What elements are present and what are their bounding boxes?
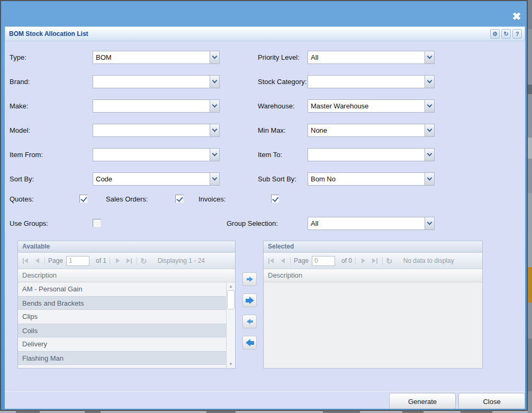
close-icon[interactable]: ✖ [509, 9, 524, 24]
stock-category-select-value [308, 76, 425, 88]
use-groups-checkbox[interactable] [93, 219, 101, 227]
add-selected-button[interactable] [242, 272, 257, 286]
available-column-header[interactable]: Description [18, 269, 235, 282]
sub-sort-by-label: Sub Sort By: [258, 172, 296, 186]
min-max-select-value: None [308, 124, 425, 136]
item-to-select[interactable] [308, 148, 435, 161]
scrollbar-thumb[interactable] [227, 290, 235, 309]
arrow-right-icon [247, 277, 253, 282]
priority-level-select[interactable]: All [308, 51, 435, 64]
selected-panel-title: Selected [264, 241, 482, 253]
toolbar-separator [290, 257, 291, 265]
type-label: Type: [10, 51, 26, 64]
refresh-icon[interactable]: ↻ [386, 257, 393, 265]
group-selection-select[interactable]: All [308, 217, 435, 230]
chevron-down-icon[interactable] [425, 76, 434, 88]
dialog-title: BOM Stock Allocation List [9, 30, 490, 38]
make-select[interactable] [93, 99, 220, 113]
chevron-down-icon[interactable] [425, 217, 434, 230]
last-page-icon[interactable] [125, 256, 133, 265]
chevron-down-icon[interactable] [425, 149, 434, 161]
sales-orders-label: Sales Orders: [106, 195, 148, 204]
toolbar-separator [110, 257, 110, 265]
brand-select-value [93, 76, 210, 88]
last-page-icon[interactable] [371, 256, 379, 265]
chevron-down-icon[interactable] [425, 124, 434, 136]
chevron-down-icon[interactable] [425, 51, 434, 63]
brand-label: Brand: [10, 75, 30, 88]
available-panel-title: Available [18, 241, 235, 253]
chevron-down-icon[interactable] [425, 173, 434, 185]
min-max-select[interactable]: None [308, 124, 435, 137]
first-page-icon[interactable] [267, 256, 275, 265]
priority-level-label: Priority Level: [258, 51, 300, 64]
screen: ✖ BOM Stock Allocation List ⚙ ↻ ? Type: … [0, 0, 532, 413]
previous-page-icon[interactable] [33, 256, 41, 265]
available-panel: Available Page of 1 ↻ Displaying 1 - 24 … [17, 241, 236, 369]
page-number-input[interactable] [312, 256, 335, 266]
item-from-select[interactable] [93, 148, 220, 161]
item-from-select-value [93, 149, 210, 161]
vertical-scrollbar[interactable]: ▲ ▼ [226, 282, 235, 368]
type-select[interactable]: BOM [93, 51, 220, 64]
available-list: AM - Personal Gain Bends and Brackets Cl… [18, 282, 235, 368]
gear-icon[interactable]: ⚙ [490, 29, 500, 39]
list-item[interactable]: Coils [18, 324, 226, 337]
chevron-down-icon[interactable] [210, 124, 219, 136]
previous-page-icon[interactable] [278, 256, 287, 265]
refresh-icon[interactable]: ↻ [501, 29, 511, 39]
invoices-label: Invoices: [199, 195, 226, 204]
chevron-down-icon[interactable] [210, 100, 219, 112]
arrow-right-large-icon [246, 297, 254, 304]
sales-orders-checkbox[interactable] [175, 195, 184, 203]
next-page-icon[interactable] [113, 256, 122, 265]
list-item[interactable]: Clips [18, 310, 226, 324]
add-all-button[interactable] [242, 293, 257, 307]
scroll-up-icon[interactable]: ▲ [227, 282, 235, 290]
chevron-down-icon[interactable] [425, 100, 434, 112]
remove-all-button[interactable] [242, 336, 257, 350]
chevron-down-icon[interactable] [210, 149, 219, 161]
page-of-text: of 1 [96, 257, 106, 264]
close-button[interactable]: Close [458, 393, 525, 409]
scroll-down-icon[interactable]: ▼ [227, 360, 235, 368]
background-page-edge [528, 0, 532, 413]
sub-sort-by-select[interactable]: Bom No [308, 172, 435, 186]
model-select-value [93, 124, 210, 136]
paging-status-text: Displaying 1 - 24 [158, 257, 205, 264]
list-item[interactable]: Flashing Man [18, 351, 226, 365]
item-from-label: Item From: [10, 148, 43, 161]
stock-category-select[interactable] [308, 75, 435, 88]
first-page-icon[interactable] [21, 256, 30, 265]
model-select[interactable] [93, 124, 220, 137]
warehouse-select-value: Master Warehouse [308, 100, 425, 112]
sort-by-select-value: Code [93, 173, 210, 185]
warehouse-select[interactable]: Master Warehouse [308, 99, 435, 113]
invoices-checkbox[interactable] [271, 195, 279, 203]
chevron-down-icon[interactable] [210, 76, 219, 88]
chevron-down-icon[interactable] [210, 51, 219, 63]
selected-column-header[interactable]: Description [264, 269, 482, 282]
quotes-checkbox[interactable] [79, 195, 88, 203]
help-icon[interactable]: ? [512, 29, 522, 39]
make-label: Make: [10, 99, 28, 113]
list-item[interactable]: AM - Personal Gain [18, 282, 226, 296]
refresh-icon[interactable]: ↻ [140, 257, 147, 265]
brand-select[interactable] [93, 75, 220, 88]
list-item[interactable]: Bends and Brackets [18, 296, 226, 310]
sort-by-select[interactable]: Code [93, 172, 220, 186]
list-item[interactable]: Delivery [18, 337, 226, 351]
dialog-body: Type: BOM Priority Level: All Brand: Sto… [5, 41, 525, 409]
header-toolbar: ⚙ ↻ ? [490, 29, 522, 39]
priority-level-select-value: All [308, 51, 425, 63]
generate-button[interactable]: Generate [389, 393, 456, 409]
page-of-text: of 0 [341, 257, 352, 264]
toolbar-separator [355, 257, 356, 265]
chevron-down-icon[interactable] [210, 173, 219, 185]
min-max-label: Min Max: [258, 124, 286, 137]
next-page-icon[interactable] [359, 256, 367, 265]
stock-category-label: Stock Category: [258, 75, 307, 88]
page-number-input[interactable] [66, 256, 89, 266]
remove-selected-button[interactable] [242, 315, 257, 328]
selected-paging-toolbar: Page of 0 ↻ No data to display [264, 253, 482, 269]
